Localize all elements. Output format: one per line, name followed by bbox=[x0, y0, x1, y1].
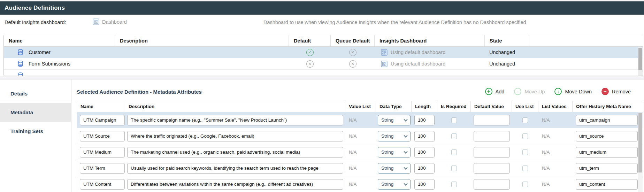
column-header-offer-history-meta-name: Offer History Meta Name bbox=[573, 101, 643, 112]
column-header-value-list: Value List bbox=[345, 101, 376, 112]
definitions-table-header: Name Description Default Queue Default I… bbox=[4, 35, 643, 47]
data-type-value: String bbox=[381, 133, 393, 139]
length-input[interactable] bbox=[414, 131, 435, 141]
attribute-name-input[interactable] bbox=[80, 147, 125, 158]
metadata-toolbar: Add Move Up Move Down Remove bbox=[485, 88, 631, 95]
detail-panel: Details Metadata Training Sets Selected … bbox=[0, 79, 644, 192]
table-row[interactable]: Customer bbox=[4, 47, 643, 58]
metadata-vertical-scrollbar[interactable] bbox=[638, 113, 643, 192]
definitions-table-body: Customer bbox=[4, 47, 643, 70]
data-type-value: String bbox=[381, 166, 393, 171]
attribute-name-input[interactable] bbox=[80, 179, 125, 190]
metadata-row[interactable]: N/A String bbox=[77, 176, 643, 192]
default-dashboard-value: Dashboard bbox=[102, 19, 127, 25]
table-row-partial[interactable] bbox=[4, 70, 643, 76]
metadata-row[interactable]: N/A String bbox=[77, 144, 643, 160]
move-up-button[interactable]: Move Up bbox=[514, 88, 545, 95]
use-list-checkbox[interactable] bbox=[522, 117, 528, 123]
attribute-description-input[interactable] bbox=[127, 147, 343, 158]
default-value-input[interactable] bbox=[474, 163, 510, 174]
attribute-description-input[interactable] bbox=[127, 115, 343, 125]
default-dashboard-row: Default Insights dashboard: Dashboard Da… bbox=[0, 15, 644, 31]
column-header-name: Name bbox=[4, 35, 115, 46]
offer-history-meta-name-input[interactable] bbox=[576, 147, 638, 158]
data-type-select[interactable]: String bbox=[378, 115, 411, 125]
offer-history-meta-name-input[interactable] bbox=[576, 115, 638, 125]
attribute-description-input[interactable] bbox=[127, 131, 343, 141]
scrollbar-thumb[interactable] bbox=[638, 113, 642, 172]
default-status-icon bbox=[306, 60, 314, 68]
default-value-input[interactable] bbox=[474, 179, 510, 190]
column-header-spacer bbox=[529, 35, 643, 46]
column-header-name: Name bbox=[77, 101, 125, 112]
chevron-down-icon bbox=[404, 182, 407, 185]
use-list-checkbox[interactable] bbox=[522, 182, 528, 187]
add-button[interactable]: Add bbox=[485, 88, 505, 95]
metadata-table-body: N/A String bbox=[77, 112, 643, 192]
attribute-name-input[interactable] bbox=[80, 115, 125, 125]
remove-icon bbox=[601, 88, 609, 95]
is-required-checkbox[interactable] bbox=[451, 149, 457, 155]
add-icon bbox=[485, 88, 492, 95]
data-type-value: String bbox=[381, 117, 393, 123]
dashboard-icon bbox=[93, 18, 99, 25]
column-header-use-list: Use List bbox=[512, 101, 538, 112]
metadata-row[interactable]: N/A String bbox=[77, 128, 643, 144]
data-type-select[interactable]: String bbox=[378, 147, 411, 158]
move-down-button[interactable]: Move Down bbox=[554, 88, 592, 95]
column-header-default-value: Default Value bbox=[471, 101, 512, 112]
table-row[interactable]: Form Submissions bbox=[4, 58, 643, 70]
is-required-checkbox[interactable] bbox=[451, 133, 457, 139]
definition-name: Form Submissions bbox=[29, 61, 70, 67]
sidebar-tab-label: Training Sets bbox=[10, 128, 43, 134]
state-value: Unchanged bbox=[489, 61, 515, 67]
attribute-name-input[interactable] bbox=[80, 131, 125, 141]
sidebar-tab[interactable]: Metadata bbox=[0, 103, 71, 122]
metadata-row[interactable]: N/A String bbox=[77, 160, 643, 176]
is-required-checkbox[interactable] bbox=[451, 166, 457, 171]
is-required-checkbox[interactable] bbox=[451, 117, 457, 123]
attribute-name-input[interactable] bbox=[80, 163, 125, 174]
scrollbar-thumb[interactable] bbox=[638, 48, 642, 70]
data-type-select[interactable]: String bbox=[378, 179, 411, 190]
attribute-description-input[interactable] bbox=[127, 163, 343, 174]
length-input[interactable] bbox=[414, 163, 435, 174]
data-type-select[interactable]: String bbox=[378, 163, 411, 174]
default-value-input[interactable] bbox=[474, 147, 510, 158]
length-input[interactable] bbox=[414, 147, 435, 158]
sidebar-tab[interactable]: Details bbox=[0, 84, 71, 103]
default-value-input[interactable] bbox=[474, 131, 510, 141]
column-header-queue-default: Queue Default bbox=[331, 35, 375, 46]
data-type-value: String bbox=[381, 182, 393, 187]
metadata-attributes-table: Name Description Value List Data Type Le… bbox=[77, 101, 643, 192]
move-up-icon bbox=[514, 88, 521, 95]
audience-definitions-table: Name Description Default Queue Default I… bbox=[3, 35, 643, 76]
attribute-description-input[interactable] bbox=[127, 179, 343, 190]
metadata-row[interactable]: N/A String bbox=[77, 112, 643, 128]
is-required-checkbox[interactable] bbox=[451, 182, 457, 187]
definition-name: Customer bbox=[29, 49, 51, 55]
use-list-checkbox[interactable] bbox=[522, 166, 528, 171]
column-header-default: Default bbox=[289, 35, 331, 46]
default-value-input[interactable] bbox=[474, 115, 510, 125]
data-type-select[interactable]: String bbox=[378, 131, 411, 141]
metadata-table-header: Name Description Value List Data Type Le… bbox=[77, 101, 643, 112]
database-icon bbox=[17, 72, 24, 76]
offer-history-meta-name-input[interactable] bbox=[576, 163, 638, 174]
length-input[interactable] bbox=[414, 115, 435, 125]
queue-default-status-icon bbox=[349, 49, 356, 56]
insights-dashboard-value: Using default dashboard bbox=[391, 61, 445, 67]
column-header-description: Description bbox=[115, 35, 289, 46]
remove-button[interactable]: Remove bbox=[601, 88, 631, 95]
definitions-vertical-scrollbar[interactable] bbox=[638, 47, 643, 76]
column-header-list-values: List Values bbox=[538, 101, 573, 112]
sidebar-tab[interactable]: Training Sets bbox=[0, 122, 71, 140]
use-list-checkbox[interactable] bbox=[522, 133, 528, 139]
use-list-checkbox[interactable] bbox=[522, 149, 528, 155]
length-input[interactable] bbox=[414, 179, 435, 190]
sidebar-tab-label: Metadata bbox=[10, 109, 33, 115]
column-header-is-required: Is Required bbox=[437, 101, 471, 112]
default-dashboard-picker[interactable]: Dashboard bbox=[93, 18, 127, 25]
offer-history-meta-name-input[interactable] bbox=[576, 179, 638, 190]
offer-history-meta-name-input[interactable] bbox=[576, 131, 638, 141]
